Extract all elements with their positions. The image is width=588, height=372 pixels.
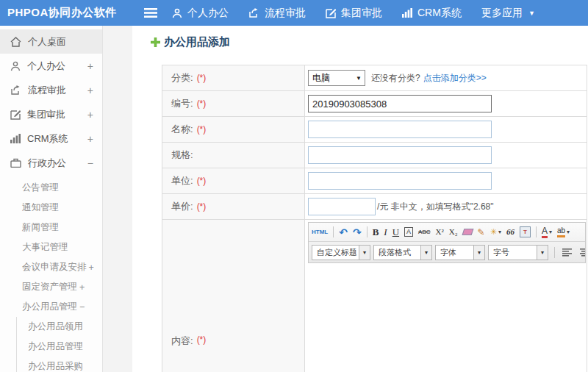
- field-value: [305, 91, 587, 116]
- nav-item-crm[interactable]: CRM系统: [402, 7, 462, 20]
- field-value: /元 非中文，如填写格式"2.68": [305, 194, 587, 219]
- code-input[interactable]: [308, 95, 492, 112]
- required-mark: (*): [197, 73, 207, 83]
- sidebar-item-announcements[interactable]: 公告管理: [0, 178, 102, 198]
- bold-button[interactable]: B: [373, 227, 379, 237]
- chevron-down-icon: ▾: [498, 229, 501, 235]
- expand-plus-icon[interactable]: +: [87, 133, 93, 145]
- chevron-down-icon: ▾: [473, 246, 484, 260]
- underline-button[interactable]: U: [392, 227, 399, 237]
- toolbar-divider: [333, 226, 334, 237]
- sidebar-item-crm[interactable]: CRM系统 +: [0, 126, 102, 151]
- font-color-button[interactable]: A▾: [542, 226, 552, 238]
- chevron-down-icon: ▼: [528, 10, 535, 17]
- redo-button[interactable]: ↷: [353, 227, 362, 237]
- format-brush-button[interactable]: ✎: [478, 228, 485, 237]
- sidebar-item-supplies-claim[interactable]: 办公用品领用: [17, 317, 102, 337]
- collapse-minus-icon[interactable]: −: [79, 302, 85, 312]
- sidebar-item-label: 个人桌面: [28, 35, 66, 49]
- nav-item-personal-office[interactable]: 个人办公: [172, 7, 229, 20]
- app-window: PHPOA协同办公软件 个人办公 流程审批 集团审批: [0, 0, 588, 372]
- sidebar-item-supplies-manage[interactable]: 办公用品管理: [17, 337, 102, 357]
- expand-plus-icon[interactable]: +: [87, 85, 93, 96]
- nav-item-more-apps[interactable]: 更多应用 ▼: [481, 7, 535, 20]
- sidebar-item-events[interactable]: 大事记管理: [0, 237, 102, 257]
- sidebar-item-fixed-assets[interactable]: 固定资产管理 +: [0, 277, 102, 297]
- field-label: 单位: (*): [162, 168, 305, 193]
- spec-input[interactable]: [308, 146, 492, 164]
- paste-icon: T: [520, 226, 531, 237]
- admin-office-submenu: 公告管理 通知管理 新闻管理 大事记管理 会议申请及安排 + 固定资产管理 +: [0, 175, 102, 372]
- name-input[interactable]: [308, 121, 492, 138]
- sidebar-item-office-supplies[interactable]: 办公用品管理 −: [0, 297, 102, 317]
- align-center-button[interactable]: [580, 248, 585, 257]
- sub-item-label: 新闻管理: [22, 221, 59, 234]
- label-text: 规格:: [171, 149, 193, 162]
- page-title: 办公用品添加: [151, 35, 230, 49]
- bar-chart-icon: [10, 134, 21, 143]
- blockquote-button[interactable]: 66: [506, 228, 514, 236]
- eraser-button[interactable]: [463, 229, 473, 235]
- background-color-button[interactable]: ab▾: [557, 227, 570, 237]
- hamburger-menu-icon[interactable]: [144, 8, 157, 18]
- category-select[interactable]: 电脑 ▼: [308, 70, 365, 86]
- page-title-text: 办公用品添加: [164, 35, 230, 49]
- paste-plain-button[interactable]: T: [520, 226, 531, 237]
- undo-button[interactable]: ↶: [339, 227, 348, 237]
- subscript-button[interactable]: X₂: [449, 228, 458, 236]
- person-icon: [10, 61, 21, 71]
- nav-item-label: 集团审批: [341, 7, 382, 20]
- nav-item-process-approval[interactable]: 流程审批: [248, 7, 306, 20]
- briefcase-icon: [10, 158, 21, 168]
- nav-item-label: 流程审批: [265, 7, 306, 20]
- sidebar-item-news[interactable]: 新闻管理: [0, 218, 102, 237]
- form-row-code: 编号: (*): [162, 91, 587, 117]
- unit-input[interactable]: [308, 172, 492, 190]
- expand-plus-icon[interactable]: +: [79, 282, 85, 293]
- sidebar-item-admin-office[interactable]: 行政办公 −: [0, 151, 102, 175]
- dropdown-label: 段落格式: [379, 247, 411, 258]
- app-logo: PHPOA协同办公软件: [7, 6, 131, 20]
- expand-plus-icon[interactable]: +: [87, 109, 93, 121]
- italic-button[interactable]: I: [384, 227, 387, 237]
- superscript-button[interactable]: X²: [436, 228, 444, 236]
- collapse-minus-icon[interactable]: −: [87, 157, 93, 169]
- required-mark: (*): [197, 176, 207, 186]
- paragraph-format-dropdown[interactable]: 段落格式 ▾: [373, 245, 432, 260]
- sub-item-label: 公告管理: [22, 182, 59, 194]
- font-family-dropdown[interactable]: 字体 ▾: [435, 245, 485, 260]
- field-label: 单价: (*): [162, 194, 305, 219]
- align-left-button[interactable]: [562, 248, 573, 257]
- dropdown-label: 字体: [440, 247, 456, 258]
- sidebar-item-notices[interactable]: 通知管理: [0, 198, 102, 218]
- no-category-text: 还没有分类?: [371, 72, 420, 85]
- price-input[interactable]: [308, 198, 376, 215]
- share-arrow-icon: [248, 8, 259, 18]
- add-category-link[interactable]: 点击添加分类>>: [423, 72, 487, 85]
- editor-content-area[interactable]: [308, 263, 586, 372]
- field-value: [305, 117, 587, 142]
- source-code-button[interactable]: HTML: [312, 229, 328, 235]
- strikethrough-button[interactable]: ABC: [418, 229, 430, 235]
- custom-title-dropdown[interactable]: 自定义标题 ▾: [312, 245, 370, 260]
- sidebar-item-group-approval[interactable]: 集团审批 +: [0, 102, 102, 126]
- expand-plus-icon[interactable]: +: [89, 262, 94, 273]
- sidebar-item-meetings[interactable]: 会议申请及安排 +: [0, 257, 102, 277]
- sidebar-item-label: 集团审批: [27, 108, 65, 121]
- required-mark: (*): [197, 201, 207, 212]
- eraser-icon: [462, 229, 473, 235]
- char-border-button[interactable]: A: [404, 227, 413, 237]
- sub-item-label: 固定资产管理: [22, 281, 77, 293]
- nav-item-group-approval[interactable]: 集团审批: [326, 7, 382, 20]
- required-mark: (*): [197, 124, 207, 135]
- autotypeset-button[interactable]: ✳▾: [490, 228, 501, 236]
- sidebar-item-process-approval[interactable]: 流程审批 +: [0, 78, 102, 102]
- sidebar-item-supplies-purchase[interactable]: 办公用品采购: [17, 357, 102, 372]
- sidebar-item-label: 流程审批: [28, 84, 66, 97]
- sidebar-item-personal-office[interactable]: 个人办公 +: [0, 54, 102, 78]
- sidebar-item-desktop[interactable]: 个人桌面: [0, 29, 102, 54]
- font-size-dropdown[interactable]: 字号 ▾: [488, 245, 548, 260]
- label-text: 编号:: [171, 97, 193, 110]
- add-plus-icon: [151, 37, 160, 47]
- expand-plus-icon[interactable]: +: [87, 60, 93, 72]
